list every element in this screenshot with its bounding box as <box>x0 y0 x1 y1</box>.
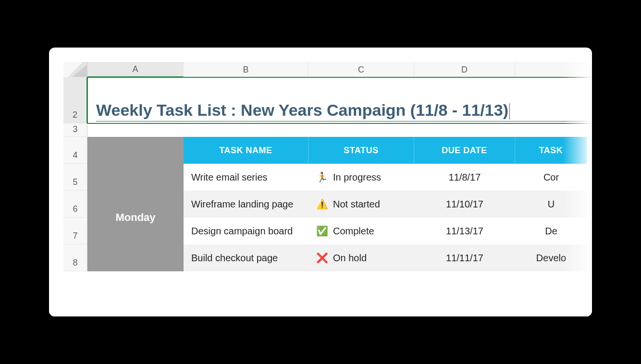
header-due-date[interactable]: DUE DATE <box>414 137 515 164</box>
due-date-cell[interactable]: 11/11/17 <box>414 244 515 271</box>
status-cell[interactable]: 🏃 In progress <box>308 164 414 191</box>
status-cell[interactable]: ⚠️ Not started <box>308 191 414 218</box>
day-label-cell[interactable]: Monday <box>87 164 184 271</box>
task-name-cell[interactable]: Wireframe landing page <box>184 191 308 218</box>
sheet: A B C D 2 Weekly Task List : New Years C… <box>63 62 592 271</box>
task-name-cell[interactable]: Design campaign board <box>184 218 308 244</box>
due-date-cell[interactable]: 11/13/17 <box>414 218 515 244</box>
day-label: Monday <box>115 211 155 224</box>
fade-bottom <box>49 288 592 316</box>
row-5: 5 Monday Write email series 🏃 In progres… <box>63 164 592 191</box>
task-name-cell[interactable]: Build checkout page <box>184 244 308 271</box>
due-date-cell[interactable]: 11/10/17 <box>414 191 515 218</box>
extra-cell[interactable]: U <box>515 191 587 218</box>
running-icon: 🏃 <box>316 171 328 183</box>
status-text: Not started <box>333 199 380 210</box>
column-header-a[interactable]: A <box>87 62 184 77</box>
row-number[interactable]: 2 <box>63 77 87 123</box>
row-4: 4 TASK NAME STATUS DUE DATE TASK <box>63 137 592 164</box>
column-header-row: A B C D <box>63 62 592 77</box>
column-header-b[interactable]: B <box>184 62 308 77</box>
warning-icon: ⚠️ <box>316 198 328 210</box>
title-underline <box>96 121 592 121</box>
column-header-e[interactable] <box>515 62 587 77</box>
row-number[interactable]: 8 <box>63 244 87 271</box>
svg-marker-0 <box>72 65 87 77</box>
spreadsheet-card: A B C D 2 Weekly Task List : New Years C… <box>49 48 592 316</box>
column-header-d[interactable]: D <box>414 62 515 77</box>
sheet-title: Weekly Task List : New Years Campaign (1… <box>96 101 508 120</box>
header-status[interactable]: STATUS <box>308 137 414 164</box>
extra-cell[interactable]: Develo <box>515 244 587 271</box>
day-column-header-blank <box>87 137 184 164</box>
status-cell[interactable]: ✅ Complete <box>308 218 414 244</box>
status-cell[interactable]: ❌ On hold <box>308 244 414 271</box>
row-number[interactable]: 3 <box>63 123 87 137</box>
check-icon: ✅ <box>316 225 328 237</box>
status-text: On hold <box>333 253 367 264</box>
row-2: 2 Weekly Task List : New Years Campaign … <box>63 77 592 123</box>
status-text: In progress <box>333 172 381 183</box>
due-date-cell[interactable]: 11/8/17 <box>414 164 515 191</box>
row-number[interactable]: 7 <box>63 218 87 244</box>
cross-icon: ❌ <box>316 252 328 264</box>
extra-cell[interactable]: Cor <box>515 164 587 191</box>
header-task-name[interactable]: TASK NAME <box>184 137 308 164</box>
status-text: Complete <box>333 226 374 237</box>
title-cell[interactable]: Weekly Task List : New Years Campaign (1… <box>87 77 592 123</box>
select-all-corner[interactable] <box>63 62 87 77</box>
column-header-c[interactable]: C <box>308 62 414 77</box>
header-task-partial[interactable]: TASK <box>515 137 587 164</box>
row-number[interactable]: 5 <box>63 164 87 191</box>
task-name-cell[interactable]: Write email series <box>184 164 308 191</box>
extra-cell[interactable]: De <box>515 218 587 244</box>
row-number[interactable]: 6 <box>63 191 87 218</box>
text-cursor <box>509 103 510 120</box>
row-3: 3 <box>63 123 592 137</box>
row-number[interactable]: 4 <box>63 137 87 164</box>
